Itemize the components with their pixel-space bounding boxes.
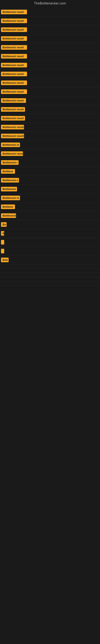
list-item[interactable]: Bottleneck resul [0,149,100,158]
list-item[interactable] [0,277,100,281]
bottleneck-badge: Bottleneck result [1,116,25,120]
site-title: TheBottlenecker.com [0,0,100,8]
list-item[interactable]: Bottleneck result [0,132,100,140]
list-item[interactable]: Bottleneck result [0,8,100,16]
list-item[interactable]: B [0,229,100,238]
list-item[interactable]: Bottleneck result [0,78,100,87]
list-item[interactable] [0,273,100,277]
bottleneck-badge: Bottleneck result [1,45,27,50]
list-item[interactable]: Bottlene [0,202,100,211]
bottleneck-badge: B [1,231,4,236]
bottleneck-badge: Bottleneck result [1,107,25,112]
bottleneck-badge: Bottleneck result [1,80,27,85]
bottleneck-badge: Bottleneck [1,213,16,218]
bottleneck-badge: Bottlene [1,204,15,209]
list-item[interactable]: Bottleneck result [0,61,100,70]
list-item[interactable] [0,281,100,286]
list-item[interactable] [0,247,100,256]
list-item[interactable]: Bottleneck result [0,105,100,114]
list-item[interactable]: Bottleneck re [0,140,100,149]
list-item[interactable]: Bottleneck result [0,25,100,34]
list-item[interactable]: Bottleneck result [0,87,100,96]
list-item[interactable] [0,238,100,247]
list-item[interactable]: Bottleneck result [0,34,100,43]
list-item[interactable]: Bottleneck result [0,16,100,25]
bottleneck-badge: Bottleneck result [1,125,24,130]
bottleneck-badge: Bo [1,222,7,227]
bottleneck-badge: Bottleneck result [1,72,27,76]
list-item[interactable]: Bottleneck [0,211,100,220]
list-item[interactable]: Bottleneck n [0,176,100,185]
bottleneck-badge: Bottleneck resul [1,151,23,156]
list-item[interactable]: Bottlene [0,167,100,176]
list-item[interactable]: Bottleneck result [0,114,100,123]
bottleneck-badge: Bottleneck re [1,142,20,147]
bottleneck-badge: Bottleneck result [1,54,27,58]
list-item[interactable]: Bottleneck re [0,194,100,202]
list-item[interactable] [0,269,100,273]
bottleneck-badge: Bottleneck result [1,36,27,41]
bottleneck-badge: Bottleneck r [1,160,19,165]
bottleneck-badge: Bottleneck result [1,98,26,103]
list-item[interactable]: Bott [0,256,100,264]
list-item[interactable]: Bottleneck result [0,96,100,105]
bottleneck-badge: Bottleneck result [1,10,27,14]
bottleneck-badge: Bottlene [1,169,15,174]
bottleneck-badge: Bottleneck [1,187,17,192]
bottleneck-badge: Bottleneck result [1,27,27,32]
bottleneck-badge: Bott [1,258,9,262]
items-container: Bottleneck resultBottleneck resultBottle… [0,8,100,286]
list-item[interactable]: Bottleneck result [0,43,100,52]
bottleneck-badge: Bottleneck result [1,18,27,23]
bottleneck-badge: Bottleneck result [1,134,24,138]
list-item[interactable]: Bottleneck r [0,158,100,167]
list-item[interactable]: Bottleneck result [0,123,100,132]
list-item[interactable]: Bottleneck result [0,70,100,78]
list-item[interactable]: Bottleneck [0,185,100,194]
list-item[interactable]: Bottleneck result [0,52,100,61]
bottleneck-badge [1,240,4,244]
bottleneck-badge: Bottleneck re [1,196,20,200]
list-item[interactable] [0,264,100,269]
bottleneck-badge [1,249,4,253]
list-item[interactable]: Bo [0,220,100,229]
bottleneck-badge: Bottleneck n [1,178,19,182]
bottleneck-badge: Bottleneck result [1,63,27,68]
bottleneck-badge: Bottleneck result [1,89,27,94]
